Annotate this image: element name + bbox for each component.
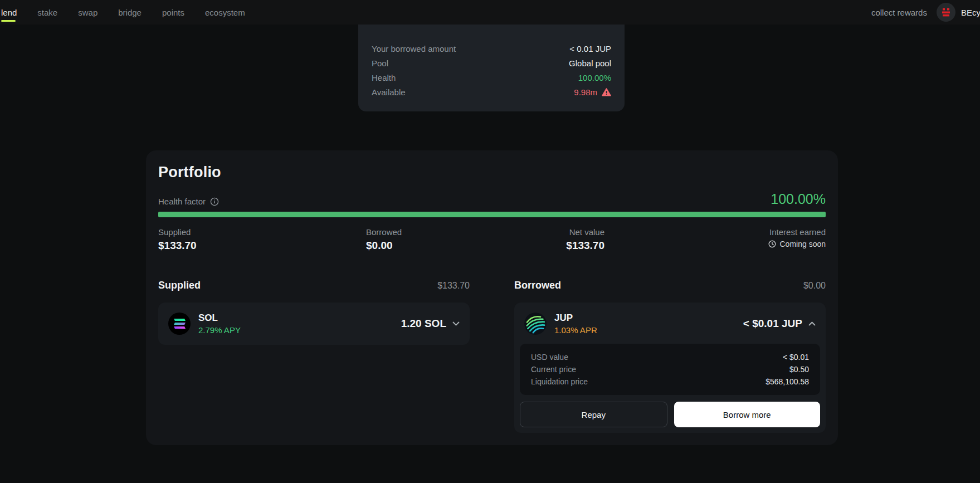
borrowed-section: Borrowed $0.00: [514, 280, 826, 433]
sol-token-icon: [168, 313, 191, 335]
asset-amount-text: < $0.01 JUP: [743, 318, 802, 330]
detail-value: < $0.01: [783, 353, 809, 362]
sol-asset-card: SOL 2.79% APY 1.20 SOL: [158, 303, 470, 345]
repay-button[interactable]: Repay: [520, 402, 667, 427]
tooltip-available-value: 9.98m: [574, 87, 611, 97]
tooltip-row-available: Available 9.98m: [372, 85, 611, 99]
nav-item-points[interactable]: points: [162, 6, 184, 19]
nav-item-lend[interactable]: lend: [1, 6, 17, 19]
coming-soon-text: Coming soon: [780, 240, 826, 248]
supplied-section: Supplied $133.70 SOL 2.79% APY 1.20 SOL: [158, 280, 470, 345]
section-title: Borrowed: [514, 280, 561, 291]
health-factor-text: Health factor: [158, 197, 206, 206]
asset-symbol: JUP: [554, 313, 597, 324]
sol-amount: 1.20 SOL: [401, 318, 460, 330]
detail-row-current-price: Current price $0.50: [531, 363, 809, 375]
info-icon[interactable]: [210, 197, 219, 206]
detail-value: $568,100.58: [766, 377, 809, 386]
stat-net-value: Net value $133.70: [566, 227, 604, 252]
asset-amount-text: 1.20 SOL: [401, 318, 446, 330]
tooltip-row-borrowed-amount: Your borrowed amount < 0.01 JUP: [372, 41, 611, 56]
chevron-down-icon[interactable]: [452, 321, 460, 326]
jup-asset-card: JUP 1.03% APR < $0.01 JUP USD value < $0…: [514, 303, 826, 433]
stat-label: Interest earned: [604, 227, 826, 237]
sol-asset-row[interactable]: SOL 2.79% APY 1.20 SOL: [164, 308, 464, 339]
detail-value: $0.50: [789, 365, 809, 374]
jup-amount: < $0.01 JUP: [743, 318, 816, 330]
health-factor-label: Health factor: [158, 197, 219, 206]
coming-soon-badge: Coming soon: [604, 240, 826, 248]
sol-asset-info: SOL 2.79% APY: [198, 313, 241, 335]
page-title: Portfolio: [158, 164, 826, 181]
nav-active-indicator: [1, 20, 16, 22]
detail-label: USD value: [531, 353, 568, 362]
tooltip-label: Available: [372, 87, 406, 97]
stat-value: $133.70: [566, 240, 604, 252]
wallet-address-label: BEcy.: [961, 8, 980, 17]
clock-icon: [768, 240, 776, 248]
chevron-up-icon[interactable]: [808, 321, 816, 326]
borrowed-section-header: Borrowed $0.00: [514, 280, 826, 291]
supplied-section-header: Supplied $133.70: [158, 280, 470, 291]
detail-row-usd-value: USD value < $0.01: [531, 351, 809, 363]
borrow-more-button[interactable]: Borrow more: [674, 402, 821, 427]
jup-asset-info: JUP 1.03% APR: [554, 313, 597, 335]
jup-details-panel: USD value < $0.01 Current price $0.50 Li…: [520, 344, 820, 395]
nav-links: lend stake swap bridge points ecosystem: [0, 6, 245, 19]
nav-item-stake[interactable]: stake: [37, 6, 57, 19]
health-factor-row: Health factor 100.00%: [158, 192, 826, 206]
section-total: $0.00: [803, 281, 826, 291]
borrow-details-tooltip: Your borrowed amount < 0.01 JUP Pool Glo…: [358, 25, 625, 111]
tooltip-value: < 0.01 JUP: [569, 44, 611, 53]
stat-value: $133.70: [158, 240, 366, 252]
nav-item-bridge[interactable]: bridge: [118, 6, 142, 19]
top-navbar: lend stake swap bridge points ecosystem …: [0, 0, 980, 25]
nav-item-swap[interactable]: swap: [78, 6, 97, 19]
stat-label: Borrowed: [366, 227, 566, 237]
detail-label: Liquidation price: [531, 377, 588, 386]
stat-value: $0.00: [366, 240, 566, 252]
stat-supplied: Supplied $133.70: [158, 227, 366, 252]
tooltip-row-health: Health 100.00%: [372, 70, 611, 85]
pixel-face-icon: [940, 7, 952, 18]
asset-apr: 1.03% APR: [554, 325, 597, 335]
detail-label: Current price: [531, 365, 576, 374]
warning-icon: [602, 88, 611, 96]
tooltip-health-value: 100.00%: [578, 73, 611, 82]
tooltip-value: Global pool: [569, 58, 611, 68]
portfolio-card: Portfolio Health factor 100.00% Supplied…: [146, 150, 838, 445]
asset-apy: 2.79% APY: [198, 325, 241, 335]
asset-symbol: SOL: [198, 313, 241, 324]
section-total: $133.70: [437, 281, 470, 291]
stat-interest-earned: Interest earned Coming soon: [604, 227, 826, 252]
jup-actions-row: Repay Borrow more: [520, 402, 820, 427]
tooltip-label: Health: [372, 73, 396, 82]
available-amount: 9.98m: [574, 87, 597, 97]
section-title: Supplied: [158, 280, 201, 291]
tooltip-row-pool: Pool Global pool: [372, 56, 611, 70]
nav-right-group: collect rewards BEcy.: [871, 3, 980, 22]
health-factor-value: 100.00%: [771, 192, 826, 206]
portfolio-stats: Supplied $133.70 Borrowed $0.00 Net valu…: [158, 227, 826, 252]
tooltip-label: Pool: [372, 58, 388, 68]
tooltip-label: Your borrowed amount: [372, 44, 456, 53]
stat-borrowed: Borrowed $0.00: [366, 227, 566, 252]
detail-row-liquidation-price: Liquidation price $568,100.58: [531, 375, 809, 388]
health-progress-bar: [158, 212, 826, 217]
wallet-button[interactable]: BEcy.: [937, 3, 980, 22]
stat-label: Supplied: [158, 227, 366, 237]
collect-rewards-button[interactable]: collect rewards: [871, 8, 927, 17]
stat-label: Net value: [566, 227, 604, 237]
jup-asset-row[interactable]: JUP 1.03% APR < $0.01 JUP: [520, 308, 820, 339]
nav-item-label: lend: [1, 8, 17, 17]
jup-token-icon: [524, 313, 547, 335]
nav-item-ecosystem[interactable]: ecosystem: [205, 6, 245, 19]
wallet-avatar[interactable]: [937, 3, 955, 22]
